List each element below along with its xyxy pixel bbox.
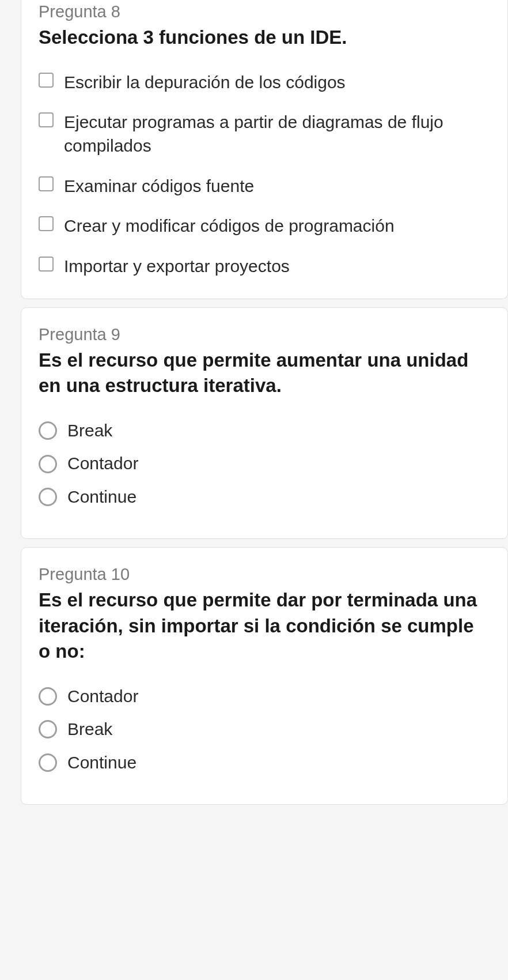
option-row: Importar y exportar proyectos [39, 254, 490, 278]
question-number: Pregunta 8 [39, 2, 490, 21]
option-row: Crear y modificar códigos de programació… [39, 214, 490, 238]
option-label: Continue [67, 485, 137, 508]
option-label: Contador [67, 451, 138, 475]
option-row: Break [39, 419, 490, 442]
option-row: Ejecutar programas a partir de diagramas… [39, 110, 490, 158]
checkbox[interactable] [39, 216, 54, 231]
option-label: Break [67, 717, 112, 741]
question-text: Selecciona 3 funciones de un IDE. [39, 25, 490, 51]
option-row: Examinar códigos fuente [39, 174, 490, 198]
option-label: Escribir la depuración de los códigos [64, 70, 346, 94]
option-label: Ejecutar programas a partir de diagramas… [64, 110, 490, 158]
option-row: Continue [39, 751, 490, 774]
question-text: Es el recurso que permite aumentar una u… [39, 348, 490, 399]
checkbox[interactable] [39, 112, 54, 127]
option-row: Contador [39, 684, 490, 708]
question-card-10: Pregunta 10 Es el recurso que permite da… [21, 547, 508, 805]
question-number: Pregunta 10 [39, 565, 490, 584]
option-label: Examinar códigos fuente [64, 174, 254, 198]
radio[interactable] [39, 421, 57, 440]
options-group: Contador Break Continue [39, 684, 490, 774]
option-label: Importar y exportar proyectos [64, 254, 290, 278]
checkbox[interactable] [39, 73, 54, 88]
checkbox[interactable] [39, 257, 54, 272]
option-row: Continue [39, 485, 490, 508]
radio[interactable] [39, 753, 57, 772]
option-label: Crear y modificar códigos de programació… [64, 214, 395, 238]
option-label: Continue [67, 751, 137, 774]
question-card-8: Pregunta 8 Selecciona 3 funciones de un … [21, 0, 508, 299]
options-group: Escribir la depuración de los códigos Ej… [39, 70, 490, 278]
question-card-9: Pregunta 9 Es el recurso que permite aum… [21, 307, 508, 539]
option-row: Escribir la depuración de los códigos [39, 70, 490, 94]
option-row: Contador [39, 451, 490, 475]
option-label: Contador [67, 684, 138, 708]
question-number: Pregunta 9 [39, 325, 490, 344]
radio[interactable] [39, 455, 57, 473]
checkbox[interactable] [39, 176, 54, 191]
options-group: Break Contador Continue [39, 419, 490, 508]
radio[interactable] [39, 488, 57, 506]
question-text: Es el recurso que permite dar por termin… [39, 587, 490, 665]
option-row: Break [39, 717, 490, 741]
radio[interactable] [39, 720, 57, 738]
option-label: Break [67, 419, 112, 442]
radio[interactable] [39, 687, 57, 706]
